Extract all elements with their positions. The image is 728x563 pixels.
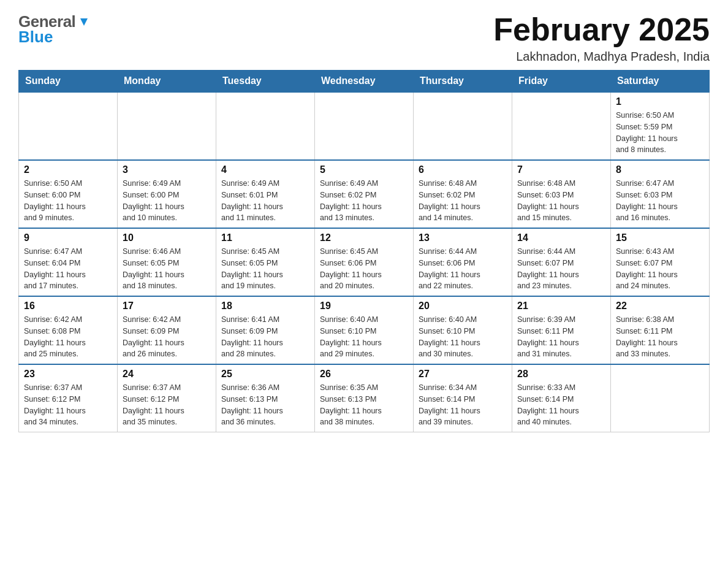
day-number: 13 (419, 232, 507, 243)
day-number: 19 (320, 301, 408, 312)
day-number: 8 (616, 164, 704, 175)
table-row: 26Sunrise: 6:35 AMSunset: 6:13 PMDayligh… (315, 364, 414, 432)
day-number: 5 (320, 164, 408, 175)
day-info: Sunrise: 6:50 AMSunset: 6:00 PMDaylight:… (24, 178, 112, 224)
day-number: 2 (24, 164, 112, 175)
day-info: Sunrise: 6:45 AMSunset: 6:06 PMDaylight:… (320, 246, 408, 292)
header-saturday: Saturday (611, 71, 710, 93)
day-number: 17 (123, 301, 211, 312)
day-number: 1 (616, 96, 704, 107)
day-number: 23 (24, 369, 112, 380)
table-row: 22Sunrise: 6:38 AMSunset: 6:11 PMDayligh… (611, 296, 710, 364)
table-row: 11Sunrise: 6:45 AMSunset: 6:05 PMDayligh… (216, 228, 315, 296)
calendar-week-row: 23Sunrise: 6:37 AMSunset: 6:12 PMDayligh… (19, 364, 710, 432)
day-info: Sunrise: 6:44 AMSunset: 6:06 PMDaylight:… (419, 246, 507, 292)
header-thursday: Thursday (414, 71, 512, 93)
day-info: Sunrise: 6:40 AMSunset: 6:10 PMDaylight:… (320, 314, 408, 360)
table-row: 17Sunrise: 6:42 AMSunset: 6:09 PMDayligh… (118, 296, 216, 364)
header-wednesday: Wednesday (315, 71, 414, 93)
table-row: 3Sunrise: 6:49 AMSunset: 6:00 PMDaylight… (118, 160, 216, 228)
day-number: 4 (221, 164, 309, 175)
day-info: Sunrise: 6:40 AMSunset: 6:10 PMDaylight:… (419, 314, 507, 360)
calendar-week-row: 9Sunrise: 6:47 AMSunset: 6:04 PMDaylight… (19, 228, 710, 296)
header-sunday: Sunday (19, 71, 118, 93)
logo-blue: Blue (18, 28, 53, 47)
table-row: 2Sunrise: 6:50 AMSunset: 6:00 PMDaylight… (19, 160, 118, 228)
calendar-week-row: 16Sunrise: 6:42 AMSunset: 6:08 PMDayligh… (19, 296, 710, 364)
table-row: 28Sunrise: 6:33 AMSunset: 6:14 PMDayligh… (512, 364, 611, 432)
table-row: 24Sunrise: 6:37 AMSunset: 6:12 PMDayligh… (118, 364, 216, 432)
table-row (414, 92, 512, 160)
table-row (19, 92, 118, 160)
day-number: 20 (419, 301, 507, 312)
day-info: Sunrise: 6:42 AMSunset: 6:08 PMDaylight:… (24, 314, 112, 360)
day-number: 27 (419, 369, 507, 380)
day-info: Sunrise: 6:34 AMSunset: 6:14 PMDaylight:… (419, 382, 507, 428)
table-row: 18Sunrise: 6:41 AMSunset: 6:09 PMDayligh… (216, 296, 315, 364)
day-info: Sunrise: 6:49 AMSunset: 6:02 PMDaylight:… (320, 178, 408, 224)
table-row: 23Sunrise: 6:37 AMSunset: 6:12 PMDayligh… (19, 364, 118, 432)
day-info: Sunrise: 6:41 AMSunset: 6:09 PMDaylight:… (221, 314, 309, 360)
day-info: Sunrise: 6:39 AMSunset: 6:11 PMDaylight:… (517, 314, 605, 360)
day-number: 10 (123, 232, 211, 243)
page-header: General Blue February 2025 Lakhnadon, Ma… (18, 12, 710, 64)
day-info: Sunrise: 6:45 AMSunset: 6:05 PMDaylight:… (221, 246, 309, 292)
day-info: Sunrise: 6:37 AMSunset: 6:12 PMDaylight:… (123, 382, 211, 428)
day-number: 11 (221, 232, 309, 243)
day-info: Sunrise: 6:36 AMSunset: 6:13 PMDaylight:… (221, 382, 309, 428)
table-row (611, 364, 710, 432)
table-row: 21Sunrise: 6:39 AMSunset: 6:11 PMDayligh… (512, 296, 611, 364)
table-row: 12Sunrise: 6:45 AMSunset: 6:06 PMDayligh… (315, 228, 414, 296)
table-row: 14Sunrise: 6:44 AMSunset: 6:07 PMDayligh… (512, 228, 611, 296)
header-tuesday: Tuesday (216, 71, 315, 93)
table-row: 4Sunrise: 6:49 AMSunset: 6:01 PMDaylight… (216, 160, 315, 228)
day-info: Sunrise: 6:47 AMSunset: 6:04 PMDaylight:… (24, 246, 112, 292)
day-number: 28 (517, 369, 605, 380)
table-row: 1Sunrise: 6:50 AMSunset: 5:59 PMDaylight… (611, 92, 710, 160)
table-row: 5Sunrise: 6:49 AMSunset: 6:02 PMDaylight… (315, 160, 414, 228)
day-info: Sunrise: 6:37 AMSunset: 6:12 PMDaylight:… (24, 382, 112, 428)
logo-arrow-icon (77, 16, 90, 29)
calendar-table: Sunday Monday Tuesday Wednesday Thursday… (18, 70, 710, 432)
svg-marker-0 (80, 18, 88, 26)
title-area: February 2025 Lakhnadon, Madhya Pradesh,… (493, 12, 710, 64)
day-number: 14 (517, 232, 605, 243)
day-number: 26 (320, 369, 408, 380)
table-row: 10Sunrise: 6:46 AMSunset: 6:05 PMDayligh… (118, 228, 216, 296)
header-friday: Friday (512, 71, 611, 93)
day-number: 3 (123, 164, 211, 175)
header-monday: Monday (118, 71, 216, 93)
logo: General Blue (18, 12, 90, 47)
table-row: 25Sunrise: 6:36 AMSunset: 6:13 PMDayligh… (216, 364, 315, 432)
day-number: 15 (616, 232, 704, 243)
day-info: Sunrise: 6:47 AMSunset: 6:03 PMDaylight:… (616, 178, 704, 224)
day-number: 12 (320, 232, 408, 243)
table-row: 6Sunrise: 6:48 AMSunset: 6:02 PMDaylight… (414, 160, 512, 228)
day-number: 16 (24, 301, 112, 312)
day-info: Sunrise: 6:44 AMSunset: 6:07 PMDaylight:… (517, 246, 605, 292)
day-info: Sunrise: 6:50 AMSunset: 5:59 PMDaylight:… (616, 110, 704, 156)
day-info: Sunrise: 6:35 AMSunset: 6:13 PMDaylight:… (320, 382, 408, 428)
day-number: 24 (123, 369, 211, 380)
table-row: 19Sunrise: 6:40 AMSunset: 6:10 PMDayligh… (315, 296, 414, 364)
day-info: Sunrise: 6:49 AMSunset: 6:00 PMDaylight:… (123, 178, 211, 224)
table-row: 20Sunrise: 6:40 AMSunset: 6:10 PMDayligh… (414, 296, 512, 364)
table-row (512, 92, 611, 160)
table-row (118, 92, 216, 160)
calendar-header-row: Sunday Monday Tuesday Wednesday Thursday… (19, 71, 710, 93)
table-row: 15Sunrise: 6:43 AMSunset: 6:07 PMDayligh… (611, 228, 710, 296)
calendar-week-row: 1Sunrise: 6:50 AMSunset: 5:59 PMDaylight… (19, 92, 710, 160)
day-info: Sunrise: 6:49 AMSunset: 6:01 PMDaylight:… (221, 178, 309, 224)
day-number: 22 (616, 301, 704, 312)
table-row: 13Sunrise: 6:44 AMSunset: 6:06 PMDayligh… (414, 228, 512, 296)
table-row (216, 92, 315, 160)
day-number: 18 (221, 301, 309, 312)
day-number: 21 (517, 301, 605, 312)
calendar-subtitle: Lakhnadon, Madhya Pradesh, India (493, 50, 710, 64)
day-info: Sunrise: 6:43 AMSunset: 6:07 PMDaylight:… (616, 246, 704, 292)
calendar-title: February 2025 (493, 12, 710, 47)
day-number: 7 (517, 164, 605, 175)
day-info: Sunrise: 6:42 AMSunset: 6:09 PMDaylight:… (123, 314, 211, 360)
day-info: Sunrise: 6:33 AMSunset: 6:14 PMDaylight:… (517, 382, 605, 428)
day-number: 9 (24, 232, 112, 243)
